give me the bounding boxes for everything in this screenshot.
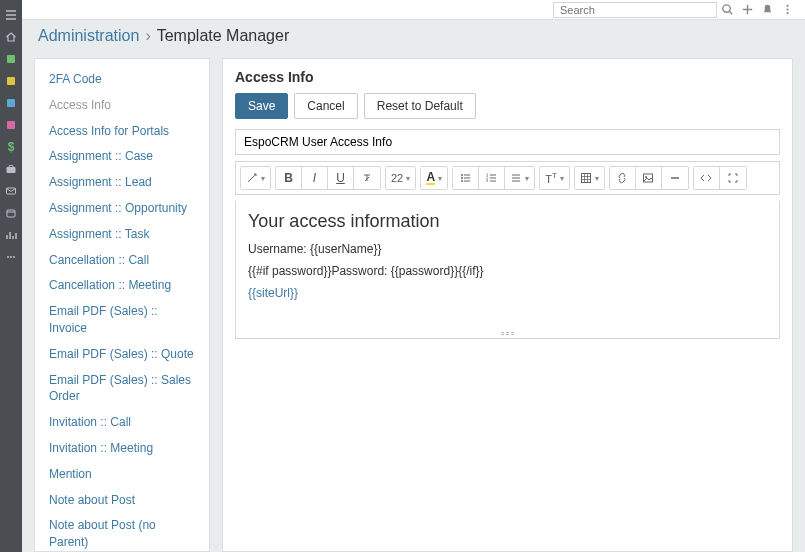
toolbar-font-size-dropdown[interactable]: 22▾ <box>386 167 415 189</box>
template-list-item[interactable]: Assignment :: Case <box>35 144 209 170</box>
template-name-input[interactable] <box>236 130 779 154</box>
editor-line-siteurl: {{siteUrl}} <box>248 286 767 300</box>
home-icon[interactable] <box>0 26 22 48</box>
toolbar-style-dropdown[interactable]: ▾ <box>241 167 270 189</box>
toolbar-bold-button[interactable]: B <box>276 167 302 189</box>
breadcrumb-admin-link[interactable]: Administration <box>38 27 139 45</box>
toolbar-italic-button[interactable]: I <box>302 167 328 189</box>
toolbar-image-button[interactable] <box>636 167 662 189</box>
toolbar-underline-button[interactable]: U <box>328 167 354 189</box>
breadcrumb-current: Template Manager <box>157 27 290 45</box>
reset-to-default-button[interactable]: Reset to Default <box>364 93 476 119</box>
svg-rect-3 <box>7 121 15 129</box>
editor-line-username: Username: {{userName}} <box>248 242 767 256</box>
template-list-item[interactable]: Invitation :: Meeting <box>35 436 209 462</box>
template-list-item[interactable]: Note about Post <box>35 488 209 514</box>
template-list-item[interactable]: Email PDF (Sales) :: Invoice <box>35 299 209 342</box>
template-list-item[interactable]: Assignment :: Lead <box>35 170 209 196</box>
toolbar-clear-format-button[interactable] <box>354 167 380 189</box>
cancel-button[interactable]: Cancel <box>294 93 357 119</box>
nav-dollar-icon[interactable]: $ <box>0 136 22 158</box>
editor-heading: Your access information <box>248 211 767 232</box>
svg-point-14 <box>786 12 788 14</box>
template-list-item[interactable]: Note about Post (no Parent) <box>35 513 209 552</box>
svg-rect-7 <box>7 210 15 217</box>
template-list-item[interactable]: Cancellation :: Call <box>35 248 209 274</box>
breadcrumb-separator: › <box>145 27 150 45</box>
nav-chart-icon[interactable] <box>0 224 22 246</box>
toolbar-table-dropdown[interactable]: ▾ <box>575 167 604 189</box>
toolbar-code-view-button[interactable] <box>694 167 720 189</box>
template-list-item[interactable]: 2FA Code <box>35 67 209 93</box>
search-icon[interactable] <box>717 0 737 20</box>
nav-contacts-icon[interactable] <box>0 70 22 92</box>
template-list-item[interactable]: Access Info for Portals <box>35 119 209 145</box>
toolbar-text-format-dropdown[interactable]: TT▾ <box>540 167 569 189</box>
template-list-item: Access Info <box>35 93 209 119</box>
svg-point-15 <box>461 174 463 176</box>
nav-accounts-icon[interactable] <box>0 48 22 70</box>
svg-point-8 <box>7 256 9 258</box>
template-list: 2FA CodeAccess InfoAccess Info for Porta… <box>34 58 210 552</box>
nav-leads-icon[interactable] <box>0 92 22 114</box>
svg-rect-5 <box>9 166 13 168</box>
editor-resize-handle[interactable] <box>496 332 520 336</box>
svg-text:3: 3 <box>486 178 489 183</box>
menu-dots-icon[interactable] <box>777 0 797 20</box>
svg-rect-0 <box>7 55 15 63</box>
template-list-item[interactable]: Assignment :: Task <box>35 222 209 248</box>
plus-icon[interactable] <box>737 0 757 20</box>
svg-point-9 <box>10 256 12 258</box>
toolbar-unordered-list-button[interactable] <box>453 167 479 189</box>
editor-line-password: {{#if password}}Password: {{password}}{{… <box>248 264 767 278</box>
svg-rect-2 <box>7 99 15 107</box>
nav-opportunities-icon[interactable] <box>0 114 22 136</box>
content-title: Access Info <box>223 59 792 93</box>
toolbar-link-button[interactable] <box>610 167 636 189</box>
editor-content[interactable]: Your access information Username: {{user… <box>235 201 780 339</box>
hamburger-icon[interactable] <box>0 4 22 26</box>
template-list-item[interactable]: Cancellation :: Meeting <box>35 273 209 299</box>
template-list-item[interactable]: Assignment :: Opportunity <box>35 196 209 222</box>
top-bar <box>22 0 805 20</box>
svg-point-12 <box>786 5 788 7</box>
toolbar-hr-button[interactable] <box>662 167 688 189</box>
svg-point-17 <box>461 180 463 182</box>
breadcrumb: Administration › Template Manager <box>22 20 805 52</box>
save-button[interactable]: Save <box>235 93 288 119</box>
svg-point-13 <box>786 8 788 10</box>
toolbar-ordered-list-button[interactable]: 123 <box>479 167 505 189</box>
editor-toolbar: ▾ B I U 22▾ A▾ 123 ▾ <box>236 162 779 194</box>
toolbar-fullscreen-button[interactable] <box>720 167 746 189</box>
bell-icon[interactable] <box>757 0 777 20</box>
svg-point-16 <box>461 177 463 179</box>
svg-point-11 <box>722 5 729 12</box>
nav-mail-icon[interactable] <box>0 180 22 202</box>
template-list-item[interactable]: Email PDF (Sales) :: Sales Order <box>35 368 209 411</box>
template-list-item[interactable]: Invitation :: Call <box>35 410 209 436</box>
search-input[interactable] <box>553 2 717 18</box>
nav-calendar-icon[interactable] <box>0 202 22 224</box>
svg-point-10 <box>13 256 15 258</box>
svg-rect-1 <box>7 77 15 85</box>
nav-briefcase-icon[interactable] <box>0 158 22 180</box>
template-editor: Access Info Save Cancel Reset to Default… <box>222 58 793 552</box>
left-nav: $ <box>0 0 22 552</box>
svg-rect-21 <box>581 174 590 183</box>
font-size-value: 22 <box>391 172 403 184</box>
toolbar-font-color-dropdown[interactable]: A▾ <box>421 167 447 189</box>
nav-more-icon[interactable] <box>0 246 22 268</box>
template-list-item[interactable]: Mention <box>35 462 209 488</box>
template-list-item[interactable]: Email PDF (Sales) :: Quote <box>35 342 209 368</box>
toolbar-paragraph-dropdown[interactable]: ▾ <box>505 167 534 189</box>
